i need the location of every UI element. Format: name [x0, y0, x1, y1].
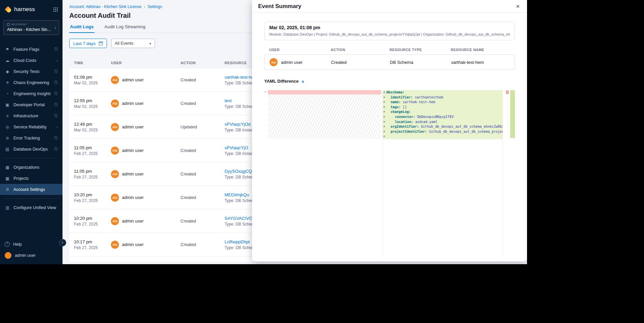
table-row[interactable]: 11:05 pm Feb 27, 2025 AU admin user Crea… — [69, 139, 253, 162]
diff-code: identifier: sarthaktesthem — [386, 95, 503, 100]
sidebar-nav-modules: ⚑ Feature Flags ⓘ ☁ Cloud Costs › ◆ Secu… — [0, 44, 63, 155]
sidebar-item-configure-unified-view[interactable]: ▥ Configure Unified View — [0, 202, 63, 213]
chevron-down-icon — [149, 42, 151, 45]
drawer-body: Mar 02, 2025, 01:08 pm Module: Database … — [252, 13, 527, 257]
diff-minimap-added[interactable] — [510, 90, 515, 138]
row-user: admin user — [122, 242, 144, 247]
sidebar-item-cloud-costs[interactable]: ☁ Cloud Costs › — [0, 55, 63, 66]
diff-added-line: + dbschema: — [383, 90, 503, 95]
sidebar-collapse-button[interactable] — [59, 239, 66, 246]
audit-table-header: TIME USER ACTION RESOURCE — [69, 61, 253, 65]
diff-code: dbschema: — [386, 90, 503, 95]
breadcrumb-settings-link[interactable]: Settings — [148, 4, 162, 9]
diff-removed-row: − — [264, 90, 381, 94]
time-cell: 12:55 pm Mar 02, 2025 — [74, 98, 111, 109]
table-row[interactable]: 12:55 pm Mar 02, 2025 AU admin user Crea… — [69, 92, 253, 115]
time-cell: 12:49 pm Mar 02, 2025 — [74, 122, 111, 132]
breadcrumb-account-link[interactable]: Account: Abhinav - Kitchen Sink License — [69, 4, 142, 9]
sidebar-divider — [5, 158, 58, 158]
info-icon: ⓘ — [54, 47, 58, 52]
diff-code: projectIdentifier: Github_db_devops_aut_… — [386, 129, 503, 134]
audit-table: 01:08 pm Mar 02, 2025 AU admin user Crea… — [69, 68, 253, 256]
plus-marker: + — [383, 120, 386, 125]
date-range-button[interactable]: Last 7 days — [69, 39, 107, 48]
sidebar-item-database-devops[interactable]: ▤ Database DevOps ⓘ — [0, 144, 63, 155]
sidebar-item-feature-flags[interactable]: ⚑ Feature Flags ⓘ — [0, 44, 63, 55]
row-action: Created — [180, 171, 225, 176]
row-date: Feb 27, 2025 — [74, 151, 111, 156]
avatar: AU — [111, 241, 119, 249]
sidebar-item-service-reliability[interactable]: ◎ Service Reliability › — [0, 121, 63, 132]
app-grid-icon[interactable] — [53, 7, 58, 12]
plus-marker: + — [383, 124, 386, 129]
diff-empty-hatch — [268, 94, 381, 139]
event-table-row: AU admin user Created DB Schema sarthak-… — [264, 54, 515, 70]
tab-audit-log-streaming[interactable]: Audit Log Streaming — [104, 24, 146, 33]
diff-code: tags: [] — [386, 105, 503, 110]
row-time: 11:05 pm — [74, 145, 111, 150]
row-action: Created — [180, 195, 225, 200]
sidebar-item-projects[interactable]: ▩ Projects — [0, 173, 63, 184]
event-action: Created — [331, 60, 390, 65]
table-row[interactable]: 10:20 pm Feb 27, 2025 AU admin user Crea… — [69, 186, 253, 209]
table-row[interactable]: 10:20 pm Feb 27, 2025 AU admin user Crea… — [69, 209, 253, 233]
sidebar-item-security-tests[interactable]: ◆ Security Tests ⓘ — [0, 66, 63, 77]
error-icon: ⊘ — [5, 136, 10, 140]
close-icon[interactable] — [515, 2, 521, 10]
time-cell: 10:20 pm Feb 27, 2025 — [74, 216, 111, 227]
account-name: Abhinav - Kitchen Sin... — [7, 27, 51, 32]
table-row[interactable]: 12:49 pm Mar 02, 2025 AU admin user Upda… — [69, 115, 253, 139]
info-icon: ⓘ — [54, 102, 58, 107]
yaml-diff-viewer: − + dbschema: + identifier: sarthaktesth… — [264, 89, 515, 257]
yaml-difference-label: YAML Difference — [264, 79, 299, 84]
help-button[interactable]: Help — [0, 239, 63, 250]
time-cell: 01:08 pm Mar 02, 2025 — [74, 75, 111, 85]
col-user: USER — [269, 48, 331, 52]
user-cell: AU admin user — [111, 76, 180, 84]
chevron-icon: › — [56, 125, 58, 129]
info-icon: ⓘ — [54, 113, 58, 118]
plus-marker: + — [383, 115, 386, 120]
sidebar-item-engineering-insights[interactable]: ◔ Engineering Insights ⓘ — [0, 88, 63, 99]
row-user: admin user — [122, 171, 144, 176]
sidebar-item-organizations[interactable]: ▦ Organizations — [0, 162, 63, 173]
event-summary-drawer: Event Summary Mar 02, 2025, 01:08 pm Mod… — [252, 0, 527, 261]
diff-new-pane: + dbschema: + identifier: sarthaktesthem… — [383, 90, 503, 139]
row-date: Feb 27, 2025 — [74, 245, 111, 250]
app-window: harness ACCOUNT Abhinav - Kitchen Sin...… — [0, 0, 527, 264]
row-time: 10:17 pm — [74, 239, 111, 244]
event-user-cell: AU admin user — [270, 58, 331, 66]
sidebar-item-account-settings[interactable]: ⚙ Account Settings — [0, 184, 63, 195]
event-table-header: USER ACTION RESOURCE TYPE RESOURCE NAME — [264, 48, 515, 52]
tab-audit-logs[interactable]: Audit Logs — [69, 24, 94, 33]
harness-logo-icon — [5, 6, 11, 13]
sidebar-item-chaos-engineering[interactable]: ✳ Chaos Engineering ⓘ — [0, 77, 63, 88]
row-action: Updated — [180, 124, 225, 129]
diff-code — [386, 134, 503, 139]
brand-name: harness — [14, 6, 35, 13]
user-cell: AU admin user — [111, 170, 180, 178]
diff-added-line: + tags: [] — [383, 105, 503, 110]
chevron-right-icon — [55, 25, 56, 30]
sidebar-item-infrastructure[interactable]: ≡ Infrastructure ⓘ — [0, 110, 63, 121]
row-time: 11:05 pm — [74, 169, 111, 174]
table-row[interactable]: 10:17 pm Feb 27, 2025 AU admin user Crea… — [69, 233, 253, 256]
diff-minimap-removed — [506, 90, 509, 94]
sidebar-item-developer-portal[interactable]: ▣ Developer Portal ⓘ — [0, 99, 63, 110]
plus-marker: + — [383, 90, 386, 95]
user-menu[interactable]: admin user — [0, 250, 63, 261]
projects-icon: ▩ — [5, 176, 10, 181]
infrastructure-icon: ≡ — [5, 114, 10, 118]
row-action: Created — [180, 148, 225, 153]
table-row[interactable]: 01:08 pm Mar 02, 2025 AU admin user Crea… — [69, 68, 253, 92]
portal-icon: ▣ — [5, 103, 10, 107]
account-label: ACCOUNT — [7, 23, 51, 26]
sidebar-item-error-tracking[interactable]: ⊘ Error Tracking ⓘ — [0, 132, 63, 144]
events-filter-select[interactable]: All Events — [111, 39, 155, 48]
diff-code: location: asdsad.yaml — [386, 120, 503, 125]
user-avatar — [5, 252, 11, 259]
table-row[interactable]: 11:05 pm Feb 27, 2025 AU admin user Crea… — [69, 162, 253, 186]
account-selector[interactable]: ACCOUNT Abhinav - Kitchen Sin... — [3, 20, 59, 35]
diff-added-line: + changeLog: — [383, 110, 503, 115]
yaml-difference-toggle[interactable]: YAML Difference — [264, 78, 515, 84]
